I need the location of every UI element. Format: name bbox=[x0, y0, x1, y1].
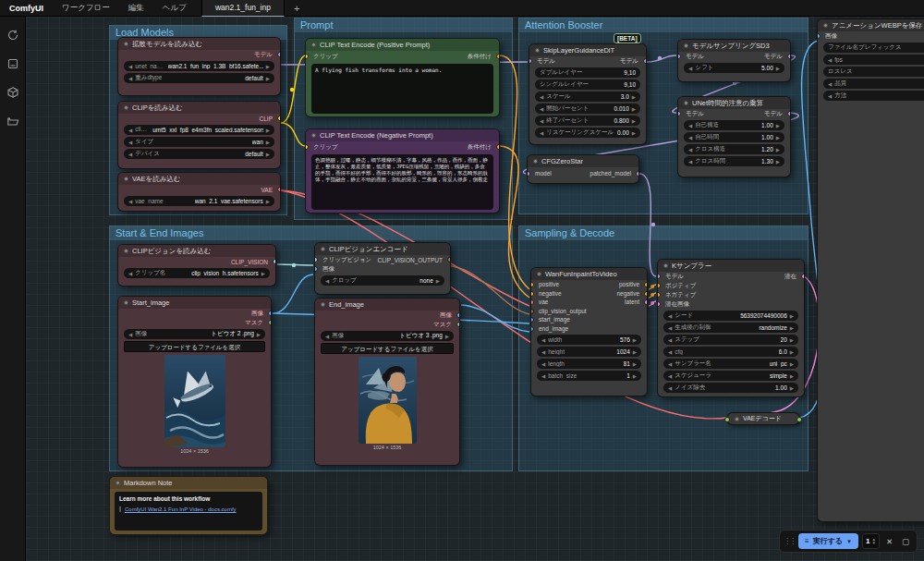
left-arrow-icon[interactable]: ◀ bbox=[668, 337, 672, 343]
widget-filename-prefix[interactable]: ファイル名プレフィックス bbox=[823, 43, 924, 53]
widget-start-percent[interactable]: ◀ 開始パーセント 0.010 ▶ bbox=[535, 104, 640, 114]
widget-self-temporal[interactable]: ◀ 自己時間 1.00 ▶ bbox=[684, 132, 784, 142]
widget-image-file[interactable]: ◀ 画像 トビウオ 3 .png ▶ bbox=[321, 331, 454, 341]
workflow-tab[interactable]: wan2.1_fun_inp bbox=[201, 0, 285, 17]
node-load-clip-vision[interactable]: CLIPビジョンを読み込む CLIP_VISION ◀ クリップ名 clip_v… bbox=[117, 244, 276, 287]
output-port-model[interactable] bbox=[787, 111, 791, 116]
node-markdown-note[interactable]: Markdown Note Learn more about this work… bbox=[109, 476, 268, 535]
node-load-diffusion-model[interactable]: 拡散モデルを読み込む モデル ◀ unet_name wan2.1_fun_in… bbox=[117, 37, 281, 96]
input-port-positive[interactable] bbox=[657, 283, 661, 288]
right-arrow-icon[interactable]: ▶ bbox=[633, 337, 637, 343]
input-port-clip-vision[interactable] bbox=[314, 257, 318, 262]
left-arrow-icon[interactable]: ◀ bbox=[668, 373, 672, 379]
left-arrow-icon[interactable]: ◀ bbox=[688, 147, 692, 152]
output-port-negative[interactable] bbox=[644, 291, 648, 297]
left-arrow-icon[interactable]: ◀ bbox=[540, 118, 543, 124]
collapse-dot[interactable] bbox=[124, 249, 128, 253]
widget-cfg[interactable]: ◀ cfg 6.0 ▶ bbox=[663, 347, 798, 357]
widget-clip-name[interactable]: ◀ clip名 umt5_xxl_fp8_e4m3fn_scaled.safet… bbox=[124, 125, 274, 135]
input-port-image[interactable] bbox=[314, 266, 318, 272]
widget-unet-name[interactable]: ◀ unet_name wan2.1_fun_inp_1.3B_bf16.saf… bbox=[124, 61, 274, 71]
input-port-negative[interactable] bbox=[657, 292, 661, 298]
positive-prompt-textarea[interactable]: A flying fish transforms into a woman. bbox=[311, 64, 493, 114]
collapse-dot[interactable] bbox=[311, 133, 316, 138]
collapse-dot[interactable] bbox=[124, 300, 128, 305]
collapse-dot[interactable] bbox=[823, 23, 828, 28]
widget-single-layers[interactable]: シングルレイヤー 9,10 bbox=[535, 79, 640, 90]
widget-image-file[interactable]: ◀ 画像 トビウオ 2 .png ▶ bbox=[124, 329, 265, 339]
output-port-conditioning[interactable] bbox=[496, 54, 500, 59]
right-arrow-icon[interactable]: ▶ bbox=[790, 313, 794, 319]
node-vae-decode-collapsed[interactable]: VAEデコード bbox=[726, 412, 800, 425]
output-port-vae[interactable] bbox=[277, 187, 281, 192]
widget-vae-name[interactable]: ◀ vae_name wan_2.1_vae.safetensors ▶ bbox=[124, 196, 274, 206]
widget-cross-temporal[interactable]: ◀ クロス時間 1.30 ▶ bbox=[684, 156, 784, 166]
left-arrow-icon[interactable]: ◀ bbox=[128, 64, 132, 69]
input-port-model[interactable] bbox=[527, 171, 530, 177]
left-arrow-icon[interactable]: ◀ bbox=[128, 76, 132, 81]
collapse-dot[interactable] bbox=[124, 105, 128, 110]
output-port-clip-vision[interactable] bbox=[273, 259, 276, 264]
node-skip-layer-guidance-dit[interactable]: SkipLayerGuidanceDiT モデル モデル ダブルレイヤー 9,1… bbox=[529, 43, 647, 145]
right-arrow-icon[interactable]: ▶ bbox=[436, 278, 440, 284]
left-arrow-icon[interactable]: ◀ bbox=[668, 385, 672, 391]
input-port-latent-image[interactable] bbox=[657, 301, 661, 307]
collapse-dot[interactable] bbox=[321, 302, 325, 307]
widget-type[interactable]: ◀ タイプ wan ▶ bbox=[124, 137, 274, 147]
right-arrow-icon[interactable]: ▶ bbox=[776, 147, 780, 152]
output-port-image[interactable] bbox=[456, 312, 460, 318]
node-unet-temporal-attention-multiply[interactable]: UNet時間的注意の乗算 モデル モデル ◀ 自己構造 1.00 ▶ ◀ 自己時… bbox=[677, 96, 791, 177]
left-arrow-icon[interactable]: ◀ bbox=[540, 106, 543, 112]
collapse-dot[interactable] bbox=[735, 417, 739, 421]
upload-file-button[interactable]: アップロードするファイルを選択 bbox=[124, 341, 265, 352]
right-arrow-icon[interactable]: ▶ bbox=[633, 361, 637, 367]
output-port-model[interactable] bbox=[787, 54, 791, 59]
run-button[interactable]: ≡ 実行する ▼ bbox=[798, 533, 858, 549]
collapse-dot[interactable] bbox=[537, 272, 541, 276]
node-load-vae[interactable]: VAEを読み込む VAE ◀ vae_name wan_2.1_vae.safe… bbox=[117, 172, 281, 212]
widget-double-layers[interactable]: ダブルレイヤー 9,10 bbox=[535, 67, 640, 78]
model-library-icon[interactable] bbox=[0, 79, 26, 105]
widget-control-after-generate[interactable]: ◀ 生成後の制御 randomize ▶ bbox=[663, 323, 798, 333]
node-clip-text-encode-negative[interactable]: CLIP Text Encode (Negative Prompt) クリップ … bbox=[305, 128, 500, 213]
widget-shift[interactable]: ◀ シフト 5.00 ▶ bbox=[684, 63, 784, 73]
right-arrow-icon[interactable]: ▶ bbox=[633, 373, 637, 379]
input-port-negative[interactable] bbox=[530, 291, 534, 297]
left-arrow-icon[interactable]: ◀ bbox=[541, 373, 545, 379]
widget-end-percent[interactable]: ◀ 終了パーセント 0.800 ▶ bbox=[535, 116, 640, 126]
right-arrow-icon[interactable]: ▶ bbox=[632, 118, 636, 124]
widget-self-structural[interactable]: ◀ 自己構造 1.00 ▶ bbox=[684, 120, 784, 130]
left-arrow-icon[interactable]: ◀ bbox=[688, 123, 692, 128]
left-arrow-icon[interactable]: ◀ bbox=[688, 66, 692, 71]
collapse-dot[interactable] bbox=[533, 159, 538, 164]
input-port-model[interactable] bbox=[677, 54, 681, 59]
right-arrow-icon[interactable]: ▶ bbox=[261, 271, 265, 276]
left-arrow-icon[interactable]: ◀ bbox=[128, 128, 132, 133]
collapse-dot[interactable] bbox=[663, 263, 668, 268]
widget-weight-dtype[interactable]: ◀ 重みdtype default ▶ bbox=[124, 73, 274, 83]
widget-seed[interactable]: ◀ シード 56392074490006 ▶ bbox=[663, 311, 798, 321]
input-port-clip-vision-output[interactable] bbox=[530, 309, 534, 314]
node-start-image[interactable]: Start_image 画像 マスク ◀ 画像 トビウオ 2 .png ▶ アッ… bbox=[117, 296, 272, 468]
widget-steps[interactable]: ◀ ステップ 20 ▶ bbox=[663, 335, 798, 345]
queue-icon[interactable] bbox=[0, 51, 26, 77]
left-arrow-icon[interactable]: ◀ bbox=[128, 140, 132, 145]
output-port-collapsed[interactable] bbox=[796, 417, 802, 422]
right-arrow-icon[interactable]: ▶ bbox=[776, 159, 780, 165]
left-arrow-icon[interactable]: ◀ bbox=[668, 325, 672, 331]
batch-count-input[interactable]: 1 ▲▼ bbox=[862, 533, 880, 549]
left-arrow-icon[interactable]: ◀ bbox=[828, 81, 832, 87]
left-arrow-icon[interactable]: ◀ bbox=[668, 361, 672, 367]
input-port-end-image[interactable] bbox=[530, 326, 534, 332]
collapse-dot[interactable] bbox=[535, 48, 540, 53]
left-arrow-icon[interactable]: ◀ bbox=[128, 332, 132, 337]
clear-queue-icon[interactable]: ✕ bbox=[883, 537, 895, 546]
left-arrow-icon[interactable]: ◀ bbox=[325, 334, 329, 339]
widget-sampler-name[interactable]: ◀ サンプラー名 uni_pc ▶ bbox=[663, 359, 798, 369]
workflows-folder-icon[interactable] bbox=[0, 108, 26, 134]
node-cfg-zero-star[interactable]: CFGZeroStar model patched_model bbox=[527, 154, 639, 184]
output-port-latent[interactable] bbox=[644, 299, 648, 305]
collapse-dot[interactable] bbox=[321, 247, 325, 251]
right-arrow-icon[interactable]: ▶ bbox=[266, 76, 270, 81]
widget-method[interactable]: ◀ 方法 bbox=[823, 91, 924, 101]
